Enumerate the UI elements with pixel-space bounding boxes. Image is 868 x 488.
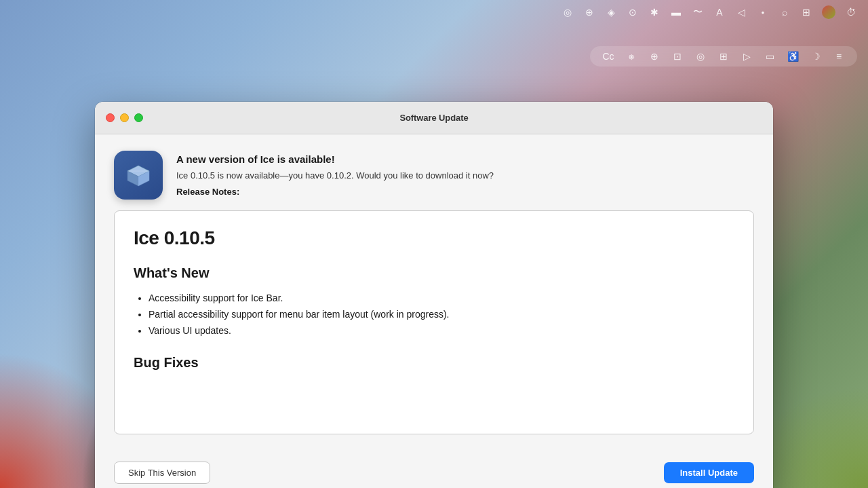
menubar-row2: Cc ⎈ ⊕ ⊡ ◎ ⊞ ▷ ▭ ♿ ☽ ≡ <box>590 46 857 67</box>
search-icon[interactable]: ⌕ <box>778 6 791 18</box>
avatar-icon[interactable] <box>822 5 835 19</box>
resize-icon[interactable]: ⊞ <box>717 50 730 62</box>
list-icon[interactable]: ≡ <box>833 50 845 62</box>
header-section: A new version of Ice is available! Ice 0… <box>114 151 754 200</box>
creative-cloud-icon[interactable]: Cc <box>602 50 614 62</box>
clock-icon[interactable]: ⏱ <box>845 6 857 18</box>
text-input-icon[interactable]: A <box>713 6 726 18</box>
battery-icon[interactable]: ▬ <box>670 6 682 18</box>
titlebar: Software Update <box>95 102 773 134</box>
bullet-2: Partial accessibility support for menu b… <box>149 307 734 323</box>
update-description: Ice 0.10.5 is now available—you have 0.1… <box>176 169 754 183</box>
window-content: A new version of Ice is available! Ice 0… <box>95 134 773 451</box>
volume-icon[interactable]: ◁ <box>735 6 747 18</box>
timemachine-icon[interactable]: ⊙ <box>627 6 639 18</box>
minimize-button[interactable] <box>120 113 129 122</box>
moon-icon[interactable]: ☽ <box>810 50 822 62</box>
layers-icon[interactable]: ◈ <box>605 6 617 18</box>
card-icon[interactable]: ⊡ <box>671 50 684 62</box>
app-icon <box>114 151 163 200</box>
dot-icon: ● <box>757 6 769 18</box>
close-button[interactable] <box>106 113 115 122</box>
window-footer: Skip This Version Install Update <box>95 451 773 488</box>
bullet-3: Various UI updates. <box>149 323 734 339</box>
ice-icon-svg <box>123 160 153 190</box>
whats-new-list: Accessibility support for Ice Bar. Parti… <box>134 290 734 339</box>
install-update-button[interactable]: Install Update <box>664 462 754 483</box>
window-controls <box>106 113 143 122</box>
bluetooth-icon[interactable]: ✱ <box>648 6 660 18</box>
bullet-1: Accessibility support for Ice Bar. <box>149 290 734 307</box>
accessibility-icon[interactable]: ♿ <box>787 50 799 62</box>
release-notes-label: Release Notes: <box>176 187 754 197</box>
menubar-row1: ◎ ⊕ ◈ ⊙ ✱ ▬ 〜 A ◁ ● ⌕ ⊞ ⏱ <box>561 5 857 19</box>
maximize-button[interactable] <box>134 113 143 122</box>
release-notes-box: Ice 0.10.5 What's New Accessibility supp… <box>114 210 754 434</box>
version-heading: Ice 0.10.5 <box>134 227 734 249</box>
skip-version-button[interactable]: Skip This Version <box>114 462 210 484</box>
header-text: A new version of Ice is available! Ice 0… <box>176 151 754 197</box>
bug-fixes-heading: Bug Fixes <box>134 355 734 371</box>
update-headline: A new version of Ice is available! <box>176 153 754 165</box>
wifi-icon[interactable]: 〜 <box>692 6 704 18</box>
airdrop-icon[interactable]: ⊕ <box>583 6 595 18</box>
window-icon[interactable]: ▭ <box>764 50 776 62</box>
control-center-icon[interactable]: ⊞ <box>800 6 812 18</box>
github-icon[interactable]: ⎈ <box>625 50 637 62</box>
software-update-window: Software Update <box>95 102 773 488</box>
shazam-icon[interactable]: ◎ <box>561 6 574 18</box>
ear-icon[interactable]: ◎ <box>694 50 707 62</box>
password-icon[interactable]: ⊕ <box>648 50 660 62</box>
window-title: Software Update <box>399 113 468 123</box>
play-icon[interactable]: ▷ <box>741 50 753 62</box>
whats-new-heading: What's New <box>134 265 734 281</box>
